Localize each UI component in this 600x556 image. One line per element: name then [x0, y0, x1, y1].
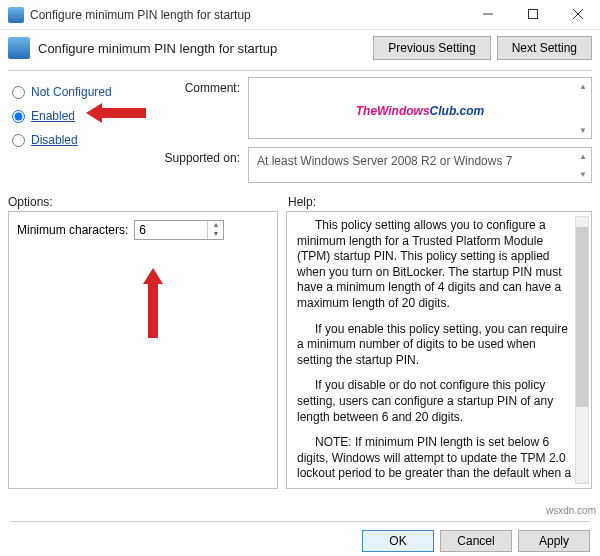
divider	[8, 70, 592, 71]
radio-not-configured-label: Not Configured	[31, 85, 112, 99]
previous-setting-button[interactable]: Previous Setting	[373, 36, 490, 60]
page-title: Configure minimum PIN length for startup	[38, 41, 367, 56]
options-label: Options:	[8, 195, 288, 209]
next-setting-button[interactable]: Next Setting	[497, 36, 592, 60]
help-panel: This policy setting allows you to config…	[286, 211, 592, 489]
radio-not-configured[interactable]: Not Configured	[12, 85, 158, 99]
source-credit: wsxdn.com	[546, 505, 596, 516]
close-button[interactable]	[555, 0, 600, 28]
cancel-button[interactable]: Cancel	[440, 530, 512, 552]
help-label: Help:	[288, 195, 592, 209]
comment-textarea[interactable]: TheWindowsClub.com ▲▼	[248, 77, 592, 139]
radio-disabled-label: Disabled	[31, 133, 78, 147]
watermark: TheWindowsClub.com	[356, 97, 485, 120]
radio-disabled-input[interactable]	[12, 134, 25, 147]
help-scrollbar[interactable]	[575, 216, 589, 484]
radio-enabled-label: Enabled	[31, 109, 75, 123]
help-p4: NOTE: If minimum PIN length is set below…	[297, 435, 573, 482]
radio-not-configured-input[interactable]	[12, 86, 25, 99]
help-p1: This policy setting allows you to config…	[297, 218, 573, 312]
help-text: This policy setting allows you to config…	[297, 218, 587, 482]
radio-enabled[interactable]: Enabled	[12, 109, 158, 123]
title-bar: Configure minimum PIN length for startup	[0, 0, 600, 30]
app-icon	[8, 7, 24, 23]
spinner-up-icon[interactable]: ▲	[208, 221, 223, 230]
svg-rect-1	[528, 10, 537, 19]
ok-button[interactable]: OK	[362, 530, 434, 552]
supported-scrollbar[interactable]: ▲▼	[575, 148, 591, 182]
supported-value: At least Windows Server 2008 R2 or Windo…	[257, 154, 512, 168]
help-p2: If you enable this policy setting, you c…	[297, 322, 573, 369]
radio-disabled[interactable]: Disabled	[12, 133, 158, 147]
policy-icon	[8, 37, 30, 59]
options-panel: Minimum characters: 6 ▲ ▼	[8, 211, 278, 489]
maximize-button[interactable]	[510, 0, 555, 28]
supported-value-box: At least Windows Server 2008 R2 or Windo…	[248, 147, 592, 183]
min-chars-spinner[interactable]: 6 ▲ ▼	[134, 220, 224, 240]
help-p3: If you disable or do not configure this …	[297, 378, 573, 425]
minimize-button[interactable]	[465, 0, 510, 28]
supported-label: Supported on:	[158, 147, 248, 183]
apply-button[interactable]: Apply	[518, 530, 590, 552]
min-chars-label: Minimum characters:	[17, 223, 128, 237]
spinner-down-icon[interactable]: ▼	[208, 230, 223, 239]
radio-enabled-input[interactable]	[12, 110, 25, 123]
comment-label: Comment:	[158, 77, 248, 139]
comment-scrollbar[interactable]: ▲▼	[575, 78, 591, 138]
min-chars-value[interactable]: 6	[135, 221, 207, 239]
